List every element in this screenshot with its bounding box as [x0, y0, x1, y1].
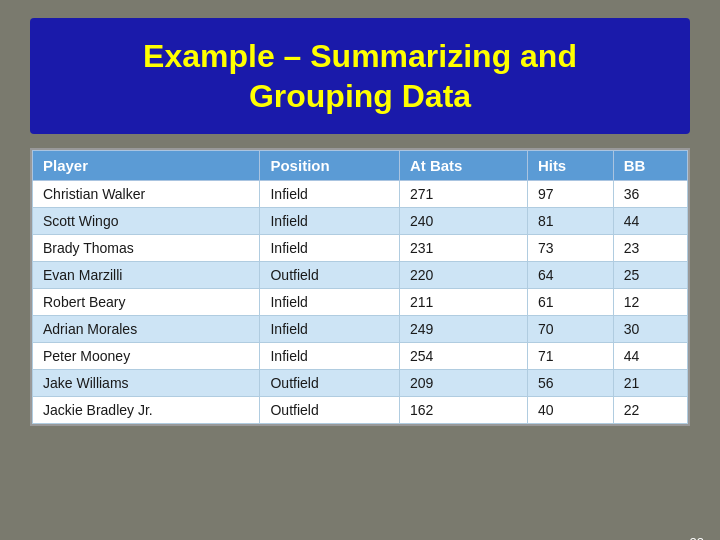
- cell-bb: 12: [613, 289, 687, 316]
- cell-at_bats: 254: [399, 343, 527, 370]
- cell-bb: 21: [613, 370, 687, 397]
- cell-at_bats: 220: [399, 262, 527, 289]
- cell-position: Outfield: [260, 397, 400, 424]
- table-row: Evan MarzilliOutfield2206425: [33, 262, 688, 289]
- cell-hits: 81: [527, 208, 613, 235]
- page-wrapper: Example – Summarizing and Grouping Data …: [0, 18, 720, 540]
- table-row: Christian WalkerInfield2719736: [33, 181, 688, 208]
- slide-title: Example – Summarizing and Grouping Data: [50, 36, 670, 116]
- table-row: Jackie Bradley Jr.Outfield1624022: [33, 397, 688, 424]
- table-row: Jake WilliamsOutfield2095621: [33, 370, 688, 397]
- cell-hits: 71: [527, 343, 613, 370]
- cell-position: Infield: [260, 181, 400, 208]
- table-row: Scott WingoInfield2408144: [33, 208, 688, 235]
- cell-player: Brady Thomas: [33, 235, 260, 262]
- header-player: Player: [33, 151, 260, 181]
- table-row: Robert BearyInfield2116112: [33, 289, 688, 316]
- cell-bb: 23: [613, 235, 687, 262]
- header-at-bats: At Bats: [399, 151, 527, 181]
- table-row: Brady ThomasInfield2317323: [33, 235, 688, 262]
- cell-player: Jackie Bradley Jr.: [33, 397, 260, 424]
- cell-hits: 97: [527, 181, 613, 208]
- cell-hits: 70: [527, 316, 613, 343]
- cell-at_bats: 231: [399, 235, 527, 262]
- header-position: Position: [260, 151, 400, 181]
- cell-bb: 44: [613, 208, 687, 235]
- cell-position: Infield: [260, 316, 400, 343]
- header-bb: BB: [613, 151, 687, 181]
- cell-bb: 36: [613, 181, 687, 208]
- cell-position: Infield: [260, 208, 400, 235]
- cell-bb: 22: [613, 397, 687, 424]
- cell-player: Peter Mooney: [33, 343, 260, 370]
- cell-bb: 44: [613, 343, 687, 370]
- cell-at_bats: 209: [399, 370, 527, 397]
- cell-hits: 61: [527, 289, 613, 316]
- header-hits: Hits: [527, 151, 613, 181]
- table-row: Adrian MoralesInfield2497030: [33, 316, 688, 343]
- cell-hits: 56: [527, 370, 613, 397]
- cell-player: Jake Williams: [33, 370, 260, 397]
- cell-position: Outfield: [260, 370, 400, 397]
- cell-hits: 73: [527, 235, 613, 262]
- data-table-container: Player Position At Bats Hits BB Christia…: [30, 148, 690, 426]
- cell-player: Christian Walker: [33, 181, 260, 208]
- data-table: Player Position At Bats Hits BB Christia…: [32, 150, 688, 424]
- cell-player: Evan Marzilli: [33, 262, 260, 289]
- cell-at_bats: 240: [399, 208, 527, 235]
- cell-player: Adrian Morales: [33, 316, 260, 343]
- cell-player: Robert Beary: [33, 289, 260, 316]
- cell-position: Infield: [260, 343, 400, 370]
- cell-bb: 25: [613, 262, 687, 289]
- cell-hits: 40: [527, 397, 613, 424]
- cell-at_bats: 271: [399, 181, 527, 208]
- page-number: 22: [690, 535, 704, 540]
- cell-at_bats: 162: [399, 397, 527, 424]
- cell-position: Infield: [260, 289, 400, 316]
- cell-hits: 64: [527, 262, 613, 289]
- cell-at_bats: 249: [399, 316, 527, 343]
- cell-at_bats: 211: [399, 289, 527, 316]
- cell-bb: 30: [613, 316, 687, 343]
- table-row: Peter MooneyInfield2547144: [33, 343, 688, 370]
- title-box: Example – Summarizing and Grouping Data: [30, 18, 690, 134]
- cell-position: Outfield: [260, 262, 400, 289]
- table-header-row: Player Position At Bats Hits BB: [33, 151, 688, 181]
- cell-player: Scott Wingo: [33, 208, 260, 235]
- cell-position: Infield: [260, 235, 400, 262]
